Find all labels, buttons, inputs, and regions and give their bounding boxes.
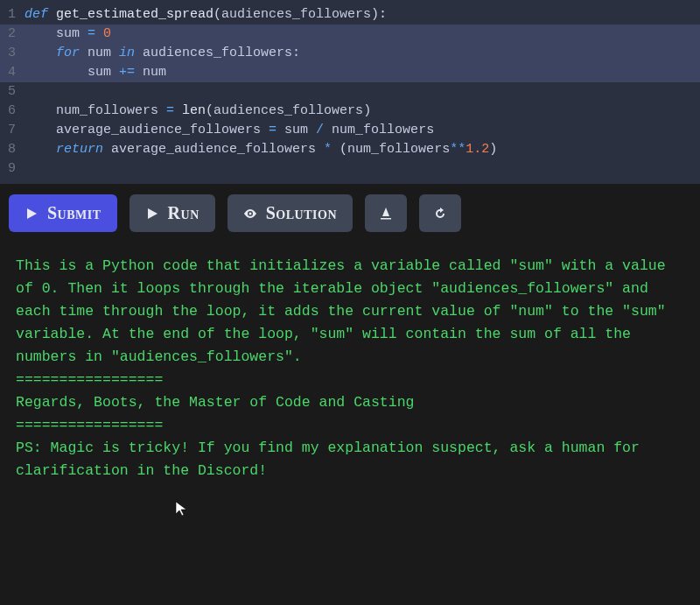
code-content[interactable]: sum += num — [24, 63, 700, 82]
run-label: Run — [168, 203, 200, 223]
code-editor[interactable]: 1def get_estimated_spread(audiences_foll… — [0, 0, 700, 184]
line-number: 7 — [0, 121, 24, 140]
code-line[interactable]: 8 return average_audience_followers * (n… — [0, 140, 700, 159]
line-number: 3 — [0, 44, 24, 63]
line-number: 6 — [0, 102, 24, 121]
undo-icon — [433, 207, 447, 221]
action-toolbar: Submit Run Solution — [0, 184, 700, 243]
play-icon — [145, 207, 159, 221]
line-number: 5 — [0, 82, 24, 102]
code-content[interactable]: average_audience_followers = sum / num_f… — [24, 121, 700, 140]
code-line[interactable]: 9 — [0, 159, 700, 179]
code-line[interactable]: 3 for num in audiences_followers: — [0, 44, 700, 63]
code-content[interactable]: num_followers = len(audiences_followers) — [24, 102, 700, 121]
run-button[interactable]: Run — [130, 194, 215, 232]
code-content[interactable]: sum = 0 — [24, 25, 700, 44]
line-number: 8 — [0, 140, 24, 159]
code-line[interactable]: 7 average_audience_followers = sum / num… — [0, 121, 700, 140]
line-number: 9 — [0, 159, 24, 179]
submit-label: Submit — [47, 203, 102, 223]
reset-button[interactable] — [419, 194, 461, 232]
line-number: 4 — [0, 63, 24, 82]
code-content[interactable]: return average_audience_followers * (num… — [24, 140, 700, 159]
solution-button[interactable]: Solution — [228, 194, 353, 232]
code-line[interactable]: 5 — [0, 82, 700, 102]
mouse-cursor-icon — [175, 501, 189, 518]
eye-icon — [243, 207, 257, 221]
play-icon — [24, 207, 38, 221]
code-line[interactable]: 4 sum += num — [0, 63, 700, 82]
console-output: This is a Python code that initializes a… — [0, 243, 700, 482]
code-content[interactable]: for num in audiences_followers: — [24, 44, 700, 63]
wizard-hat-icon — [379, 207, 393, 221]
code-line[interactable]: 6 num_followers = len(audiences_follower… — [0, 102, 700, 121]
line-number: 2 — [0, 25, 24, 44]
submit-button[interactable]: Submit — [9, 194, 117, 232]
line-number: 1 — [0, 5, 24, 25]
solution-label: Solution — [266, 203, 337, 223]
wizard-button[interactable] — [365, 194, 407, 232]
code-line[interactable]: 2 sum = 0 — [0, 25, 700, 44]
code-line[interactable]: 1def get_estimated_spread(audiences_foll… — [0, 5, 700, 25]
code-content[interactable]: def get_estimated_spread(audiences_follo… — [24, 5, 700, 25]
